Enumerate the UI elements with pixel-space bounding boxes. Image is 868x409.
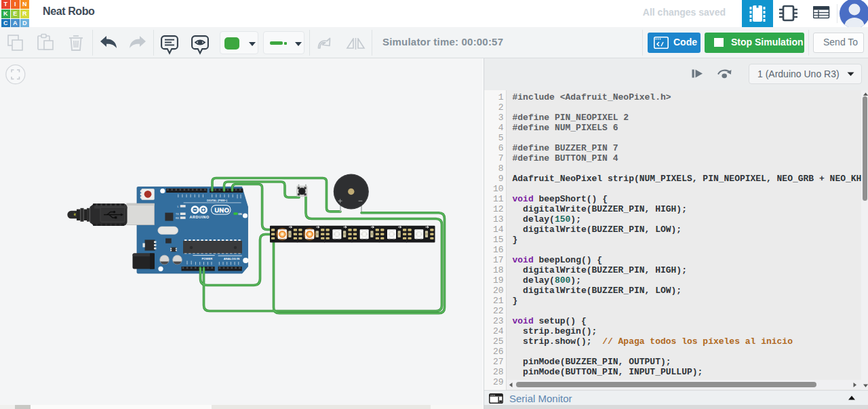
- svg-text:L: L: [178, 206, 179, 208]
- svg-text:RX: RX: [176, 217, 180, 220]
- svg-text:TX: TX: [176, 213, 179, 216]
- svg-text:UNO: UNO: [215, 207, 230, 214]
- svg-text:ANALOG IN: ANALOG IN: [224, 257, 240, 260]
- svg-text:POWER: POWER: [202, 257, 213, 260]
- svg-text:DIGITAL (PWM~): DIGITAL (PWM~): [207, 199, 228, 202]
- svg-text:ARDUINO: ARDUINO: [190, 215, 210, 219]
- svg-text:ON: ON: [238, 213, 242, 216]
